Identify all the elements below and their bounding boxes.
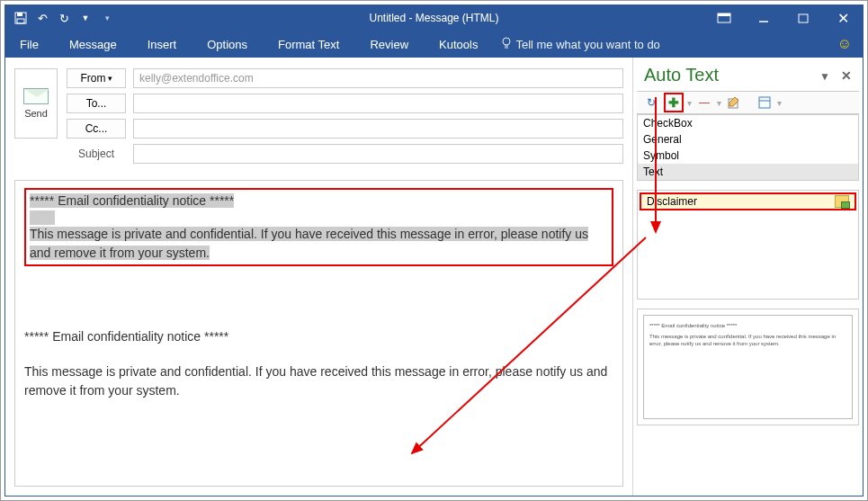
feedback-smile-icon[interactable]: ☺ [837,36,852,52]
tab-file[interactable]: File [13,31,46,58]
tab-kutools[interactable]: Kutools [432,31,485,58]
svg-rect-4 [718,13,730,16]
tab-insert[interactable]: Insert [140,31,184,58]
qat-dropdown2-icon[interactable]: ▾ [99,10,115,26]
from-field[interactable]: kelly@extendoffice.com [133,68,623,88]
tell-me-label: Tell me what you want to do [515,38,659,51]
minimize-button[interactable] [744,5,783,31]
subject-label: Subject [67,148,126,160]
sel-para: This message is private and confidential… [30,227,588,260]
insert-entry-icon[interactable] [835,195,849,208]
autotext-pane: Auto Text ▼ ✕ ↻ ✚ ▾ — ▾ ▾ CheckBo [632,58,863,496]
category-item-selected[interactable]: Text [638,164,858,180]
pane-toolbar: ↻ ✚ ▾ — ▾ ▾ [637,91,859,114]
lightbulb-icon [501,37,512,52]
preview-content: ***** Email confidentiality notice *****… [643,315,853,419]
toolbar-dropdown-icon[interactable]: ▾ [687,98,692,108]
selected-text-block: ***** Email confidentiality notice *****… [24,188,613,266]
svg-rect-1 [17,13,22,16]
edit-icon[interactable] [725,94,743,111]
preview-pane: ***** Email confidentiality notice *****… [637,309,859,425]
category-list: CheckBox General Symbol Text [637,114,859,181]
pane-close-icon[interactable]: ✕ [841,68,852,83]
redo-icon[interactable]: ↻ [56,10,72,26]
svg-rect-2 [17,19,24,23]
preview-toggle-icon[interactable] [756,94,774,111]
refresh-icon[interactable]: ↻ [642,94,660,111]
undo-icon[interactable]: ↶ [34,10,50,26]
body-para: This message is private and confidential… [24,362,613,400]
tab-options[interactable]: Options [200,31,255,58]
entry-disclaimer[interactable]: Disclaimer [640,192,856,210]
category-item[interactable]: General [638,131,858,148]
maximize-button[interactable] [783,5,823,31]
body-line1: ***** Email confidentiality notice ***** [24,327,613,346]
pane-options-icon[interactable]: ▼ [819,70,830,83]
from-button[interactable]: From▾ [67,68,126,88]
svg-rect-11 [759,97,770,108]
save-icon[interactable] [13,10,29,26]
cc-field[interactable] [133,119,623,139]
tab-message[interactable]: Message [62,31,124,58]
ribbon-tabs: File Message Insert Options Format Text … [5,31,863,58]
svg-rect-6 [799,14,808,22]
tab-format-text[interactable]: Format Text [271,31,346,58]
close-button[interactable]: ✕ [823,5,863,31]
tell-me-search[interactable]: Tell me what you want to do [501,37,659,52]
cc-button[interactable]: Cc... [67,119,126,139]
send-label: Send [24,108,48,119]
delete-icon[interactable]: — [695,94,713,111]
send-button[interactable]: Send [14,68,58,139]
titlebar: ↶ ↻ ▼ ▾ Untitled - Message (HTML) ✕ [5,5,863,31]
entry-list: Disclaimer [637,190,859,300]
sel-line1: ***** Email confidentiality notice ***** [30,193,234,208]
pane-title: Auto Text [644,65,719,85]
entry-label: Disclaimer [647,195,697,208]
add-entry-button[interactable]: ✚ [664,93,684,112]
envelope-icon [23,88,49,104]
to-field[interactable] [133,94,623,113]
window-title: Untitled - Message (HTML) [369,12,498,24]
subject-field[interactable] [133,144,623,164]
ribbon-display-icon[interactable] [704,5,744,31]
qat-dropdown-icon[interactable]: ▼ [77,10,94,26]
category-item[interactable]: CheckBox [638,115,858,131]
svg-point-7 [503,38,510,45]
to-button[interactable]: To... [67,94,126,113]
category-item[interactable]: Symbol [638,148,858,164]
tab-review[interactable]: Review [362,31,416,58]
message-body-editor[interactable]: ***** Email confidentiality notice *****… [14,180,623,487]
